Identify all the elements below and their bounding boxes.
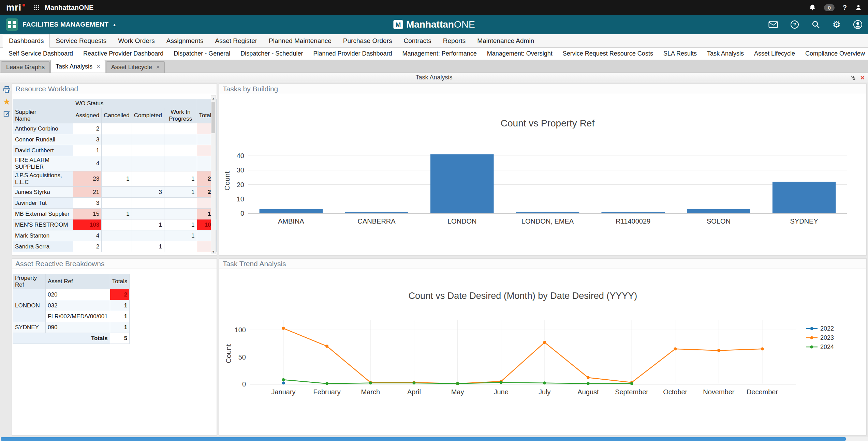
legend-2024[interactable]: 2024	[820, 344, 834, 350]
header-wo-status: WO Status	[73, 99, 197, 108]
sub-nav-item-asset-lifecycle[interactable]: Asset Lifecycle	[749, 50, 800, 57]
assigned-cell: 4	[73, 230, 102, 241]
main-nav-item-work-orders[interactable]: Work Orders	[112, 34, 160, 47]
main-nav-item-assignments[interactable]: Assignments	[161, 34, 209, 47]
sub-nav-item-dispatcher-scheduler[interactable]: Dispatcher - Scheduler	[235, 50, 308, 57]
horizontal-scrollbar-thumb[interactable]	[1, 437, 846, 441]
vertical-scrollbar[interactable]: ▴ ▾	[211, 95, 216, 254]
favorite-star-icon[interactable]: ★	[3, 97, 11, 106]
bar-sydney[interactable]	[773, 182, 836, 213]
sub-nav-item-management-oversight[interactable]: Management: Oversight	[482, 50, 558, 57]
main-nav-item-maintenance-admin[interactable]: Maintenance Admin	[471, 34, 540, 47]
point-2024-february[interactable]	[325, 382, 328, 385]
main-nav-item-purchase-orders[interactable]: Purchase Orders	[337, 34, 398, 47]
point-2023-august[interactable]	[587, 376, 590, 379]
sub-nav-item-self-service-dashboard[interactable]: Self Service Dashboard	[3, 50, 78, 57]
point-2024-august[interactable]	[587, 382, 590, 385]
table-row[interactable]: MB External Supplier15116	[13, 209, 217, 219]
workspace-tab-task-analysis[interactable]: Task Analysis×	[50, 60, 105, 73]
table-row[interactable]: Mark Stanton415	[13, 230, 217, 241]
edit-icon[interactable]	[3, 110, 11, 117]
sub-nav-item-planned-provider-dashboard[interactable]: Planned Provider Dashboard	[308, 50, 397, 57]
property-ref-cell: SYDNEY	[13, 322, 46, 333]
sub-nav-item-service-request-resource-costs[interactable]: Service Request Resource Costs	[558, 50, 658, 57]
main-nav-item-planned-maintenance[interactable]: Planned Maintenance	[263, 34, 337, 47]
close-icon[interactable]: ×	[860, 74, 865, 81]
point-2024-july[interactable]	[543, 381, 546, 384]
module-selector[interactable]: FACILITIES MANAGEMENT ▴	[5, 18, 116, 31]
point-2023-december[interactable]	[761, 347, 764, 350]
task-trend-chart[interactable]: Count vs Date Desired (Month) by Date De…	[219, 269, 864, 436]
wip-cell	[164, 209, 197, 219]
sub-nav-item-dispatcher-general[interactable]: Dispatcher - General	[168, 50, 235, 57]
table-row[interactable]: LONDON0202	[13, 289, 130, 300]
point-2023-october[interactable]	[674, 347, 677, 350]
table-row[interactable]: Connor Rundall33	[13, 134, 217, 145]
legend-2023[interactable]: 2023	[820, 334, 834, 341]
account-icon[interactable]	[853, 20, 863, 29]
table-row[interactable]: James Styrka213125	[13, 187, 217, 198]
point-2024-may[interactable]	[456, 382, 459, 385]
point-2023-july[interactable]	[543, 341, 546, 344]
mail-icon[interactable]	[768, 21, 778, 28]
table-row[interactable]: David Cuthbert11	[13, 145, 217, 156]
point-2024-september[interactable]	[630, 382, 633, 385]
point-2024-march[interactable]	[369, 381, 372, 384]
point-2022-january[interactable]	[282, 381, 285, 384]
bar-solon[interactable]	[687, 209, 750, 213]
header-work-in-progress: Work In Progress	[164, 108, 197, 123]
assigned-cell: 2	[73, 241, 102, 252]
search-icon[interactable]	[811, 20, 820, 29]
gear-icon[interactable]: ⚙	[833, 20, 841, 29]
bar-r11400029[interactable]	[601, 212, 665, 213]
help-icon[interactable]: ?	[843, 4, 847, 12]
bar-london-emea[interactable]	[516, 212, 579, 213]
sub-nav-item-reactive-provider-dashboard[interactable]: Reactive Provider Dashboard	[78, 50, 168, 57]
scroll-down-icon[interactable]: ▾	[212, 249, 215, 254]
sub-nav-item-sla-results[interactable]: SLA Results	[658, 50, 702, 57]
svg-text:40: 40	[237, 152, 244, 159]
series-line-2023[interactable]	[283, 328, 762, 383]
sub-nav-item-management-performance[interactable]: Management: Performance	[397, 50, 482, 57]
table-row[interactable]: Anthony Corbino22	[13, 123, 217, 134]
main-nav-item-dashboards[interactable]: Dashboards	[3, 34, 50, 48]
bar-london[interactable]	[430, 154, 494, 213]
point-2024-april[interactable]	[412, 381, 415, 384]
table-row[interactable]: SYDNEY0901	[13, 322, 130, 333]
bar-canberra[interactable]	[345, 212, 408, 213]
notification-badge[interactable]: 0	[824, 4, 834, 11]
point-2024-january[interactable]	[282, 378, 285, 381]
main-nav-item-reports[interactable]: Reports	[437, 34, 472, 47]
table-row[interactable]: Sandra Serra213	[13, 241, 217, 252]
bell-icon[interactable]	[809, 4, 816, 11]
expand-icon[interactable]	[850, 75, 856, 80]
tab-close-icon[interactable]: ×	[156, 64, 160, 71]
tab-close-icon[interactable]: ×	[97, 63, 100, 70]
print-icon[interactable]	[3, 86, 11, 94]
point-2023-january[interactable]	[282, 327, 285, 330]
sub-nav-item-compliance-overview[interactable]: Compliance Overview	[800, 50, 868, 57]
main-nav-item-asset-register[interactable]: Asset Register	[209, 34, 263, 47]
table-row[interactable]: FIRE ALARM SUPPLIER44	[13, 156, 217, 171]
user-icon[interactable]	[855, 4, 862, 11]
point-2023-november[interactable]	[717, 349, 720, 352]
sub-nav-item-task-analysis[interactable]: Task Analysis	[702, 50, 749, 57]
main-nav-item-contracts[interactable]: Contracts	[398, 34, 437, 47]
app-grid-icon[interactable]	[33, 4, 40, 11]
point-2023-february[interactable]	[325, 345, 328, 348]
workspace-tab-asset-lifecycle[interactable]: Asset Lifecycle×	[106, 61, 165, 73]
tasks-by-building-chart[interactable]: Count vs Property Ref010203040CountAMBIN…	[219, 94, 864, 254]
legend-2022[interactable]: 2022	[820, 325, 834, 332]
horizontal-scrollbar[interactable]	[0, 437, 868, 441]
svg-text:April: April	[407, 388, 421, 396]
bar-ambina[interactable]	[260, 209, 323, 213]
table-row[interactable]: J.P.S Acquisitions, L.L.C231125	[13, 171, 217, 187]
scroll-up-icon[interactable]: ▴	[212, 96, 215, 101]
point-2024-june[interactable]	[500, 381, 503, 384]
main-nav-item-service-requests[interactable]: Service Requests	[50, 34, 112, 47]
help-circle-icon[interactable]: ?	[790, 20, 799, 29]
scrollbar-thumb[interactable]	[211, 102, 215, 133]
table-row[interactable]: MEN'S RESTROOM10311105	[13, 219, 217, 230]
table-row[interactable]: Javinder Tut33	[13, 198, 217, 209]
workspace-tab-lease-graphs[interactable]: Lease Graphs	[1, 61, 50, 73]
